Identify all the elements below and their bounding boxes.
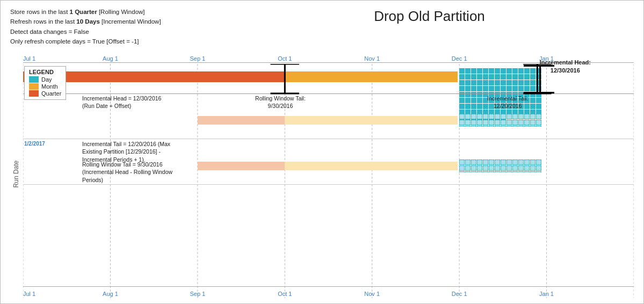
run-date-row-1: 1/1/2017 Incremental Head = 12/30/2016(R… [23, 93, 634, 139]
tick-jul1: Jul 1 [23, 55, 35, 62]
bot-tick-sep1: Sep 1 [190, 291, 205, 297]
legend-color-quarter [29, 90, 39, 97]
inc-head-bracket-bot [524, 92, 554, 93]
main-container: Store rows in the last 1 Quarter [Rollin… [0, 0, 644, 304]
faded-quarter-bar-2 [198, 162, 285, 170]
legend-color-month [29, 83, 39, 90]
faded-day-tiles-2 [459, 160, 546, 172]
run-date-row-2: 1/2/2017 Incremental Tail = 12/20/2016 (… [23, 139, 634, 185]
tick-aug1: Aug 1 [103, 55, 118, 62]
bot-tick-aug1: Aug 1 [103, 291, 118, 297]
chart-body: LEGEND Day Month Quarter [23, 64, 634, 298]
legend-color-day [29, 76, 39, 83]
meta-line1-suffix: [Rolling Window] [97, 9, 145, 15]
chart-main: Jul 1 Aug 1 Sep 1 Oct 1 Nov 1 Dec 1 Jan … [23, 50, 634, 298]
separator [23, 93, 634, 94]
legend-label-month: Month [41, 83, 58, 90]
bot-tick-oct1: Oct 1 [278, 291, 292, 297]
tick-nov1: Nov 1 [364, 55, 380, 62]
meta-line2-suffix: [Incremental Window] [100, 18, 161, 25]
bot-tick-dec1: Dec 1 [452, 291, 467, 297]
annotation-inc-tail-top: Incremental Tail:12/20/2016 [487, 95, 528, 110]
meta-line2: Refresh rows in the last 10 Days [Increm… [10, 17, 225, 26]
annotation-rolling-window-tail: Rolling Window Tail = 9/30/2016(Incremen… [82, 161, 190, 184]
bot-tick-nov1: Nov 1 [364, 291, 380, 297]
meta-info: Store rows in the last 1 Quarter [Rollin… [10, 7, 225, 47]
legend: LEGEND Day Month Quarter [24, 66, 66, 100]
inc-head-top-label: Incremental Head: 12/30/2016 [540, 59, 591, 75]
faded-quarter-bar-1 [198, 116, 285, 125]
page-title: Drop Old Partition [225, 7, 634, 25]
bottom-axis: Jul 1 Aug 1 Sep 1 Oct 1 Nov 1 Dec 1 Jan … [23, 286, 634, 298]
tick-dec1: Dec 1 [452, 55, 467, 62]
meta-line3: Detect data changes = False [10, 27, 225, 37]
faded-month-bar-2 [285, 162, 458, 170]
chart-area: Run Date Jul 1 Aug 1 Sep 1 Oct 1 Nov 1 D… [10, 50, 634, 298]
meta-line1: Store rows in the last 1 Quarter [Rollin… [10, 7, 225, 17]
run-date-label-2: 1/2/2017 [24, 141, 45, 147]
bar-month [285, 71, 458, 82]
y-axis-label: Run Date [10, 50, 22, 298]
meta-quarter-bold: 1 Quarter [70, 9, 97, 15]
tick-sep1: Sep 1 [190, 55, 205, 62]
bot-tick-jul1: Jul 1 [23, 291, 35, 297]
legend-item-month: Month [29, 83, 61, 90]
meta-line4: Only refresh complete days = True [Offse… [10, 37, 225, 46]
annotation-rolling-tail: Rolling Window Tail:9/30/2016 [255, 95, 306, 110]
bot-tick-jan1: Jan 1 [539, 291, 554, 297]
legend-item-day: Day [29, 76, 61, 83]
legend-item-quarter: Quarter [29, 90, 61, 97]
legend-label-quarter: Quarter [41, 90, 61, 97]
legend-label-day: Day [41, 76, 52, 83]
annotation-inc-head: Incremental Head = 12/30/2016(Run Date +… [82, 95, 190, 110]
tick-oct1: Oct 1 [278, 55, 292, 62]
faded-day-tiles-1 [459, 114, 546, 127]
faded-month-bar-1 [285, 116, 458, 125]
meta-days-bold: 10 Days [76, 18, 99, 25]
top-section: Store rows in the last 1 Quarter [Rollin… [10, 7, 634, 47]
day-tiles-top [459, 68, 546, 85]
legend-title: LEGEND [29, 69, 61, 75]
